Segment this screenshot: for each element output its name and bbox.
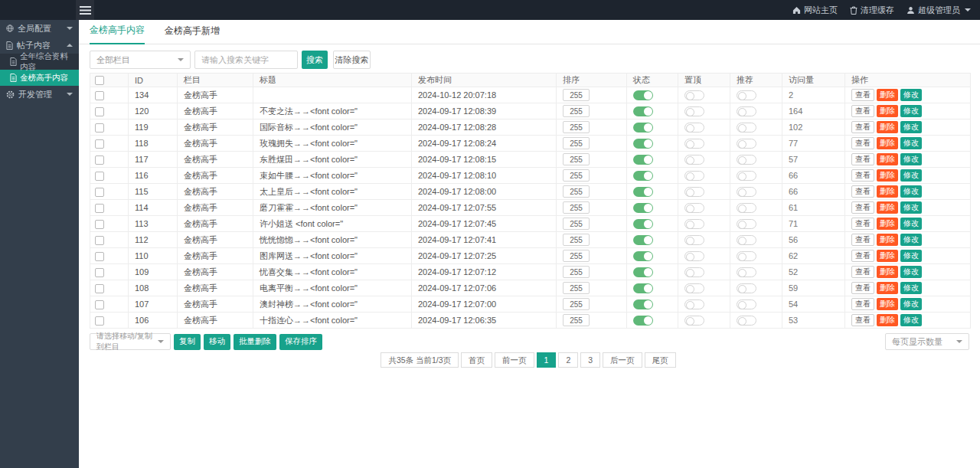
delete-button[interactable]: 删除 — [877, 105, 898, 117]
edit-button[interactable]: 修改 — [900, 121, 922, 133]
delete-button[interactable]: 删除 — [877, 201, 898, 214]
view-button[interactable]: 查看 — [851, 137, 874, 149]
row-checkbox[interactable] — [95, 300, 104, 309]
recommend-toggle[interactable] — [737, 171, 756, 181]
view-button[interactable]: 查看 — [851, 201, 874, 214]
edit-button[interactable]: 修改 — [900, 314, 922, 326]
top-toggle[interactable] — [684, 171, 704, 181]
status-toggle[interactable] — [633, 316, 653, 326]
sidebar-item-global-config[interactable]: 全局配置 — [0, 20, 79, 37]
edit-button[interactable]: 修改 — [900, 137, 922, 149]
sort-input[interactable] — [563, 218, 590, 230]
recommend-toggle[interactable] — [737, 267, 756, 277]
view-button[interactable]: 查看 — [851, 185, 874, 198]
edit-button[interactable]: 修改 — [900, 250, 922, 262]
site-home-link[interactable]: 网站主页 — [792, 5, 838, 16]
tab-gold-list-content[interactable]: 金榜高手内容 — [90, 24, 145, 44]
top-toggle[interactable] — [684, 123, 704, 133]
top-toggle[interactable] — [684, 267, 704, 277]
view-button[interactable]: 查看 — [851, 250, 874, 262]
status-toggle[interactable] — [633, 139, 653, 149]
row-checkbox[interactable] — [95, 316, 104, 326]
status-toggle[interactable] — [633, 123, 653, 133]
sort-input[interactable] — [563, 105, 590, 117]
row-checkbox[interactable] — [95, 139, 104, 149]
clear-search-button[interactable]: 清除搜索 — [333, 51, 371, 69]
top-toggle[interactable] — [684, 139, 704, 149]
top-toggle[interactable] — [684, 299, 704, 309]
delete-button[interactable]: 删除 — [877, 250, 898, 262]
recommend-toggle[interactable] — [737, 123, 756, 133]
edit-button[interactable]: 修改 — [900, 282, 922, 294]
top-toggle[interactable] — [684, 203, 704, 213]
row-checkbox[interactable] — [95, 252, 104, 261]
delete-button[interactable]: 删除 — [877, 89, 898, 101]
row-checkbox[interactable] — [95, 284, 104, 293]
sort-input[interactable] — [563, 298, 590, 310]
row-checkbox[interactable] — [95, 188, 104, 197]
sort-input[interactable] — [563, 137, 590, 149]
row-checkbox[interactable] — [95, 107, 104, 116]
row-checkbox[interactable] — [95, 204, 104, 213]
category-select[interactable]: 全部栏目 — [90, 51, 191, 69]
top-toggle[interactable] — [684, 283, 704, 293]
status-toggle[interactable] — [633, 267, 653, 277]
sidebar-item-gold-list-content[interactable]: 金榜高手内容 — [0, 70, 79, 86]
recommend-toggle[interactable] — [737, 219, 756, 229]
top-toggle[interactable] — [684, 155, 704, 165]
recommend-toggle[interactable] — [737, 299, 756, 309]
view-button[interactable]: 查看 — [851, 121, 874, 133]
status-toggle[interactable] — [633, 299, 653, 309]
sort-input[interactable] — [563, 201, 590, 214]
edit-button[interactable]: 修改 — [900, 105, 922, 117]
batch-delete-button[interactable]: 批量删除 — [234, 334, 276, 350]
top-toggle[interactable] — [684, 219, 704, 229]
pagination-last[interactable]: 尾页 — [645, 352, 676, 368]
status-toggle[interactable] — [633, 283, 653, 293]
delete-button[interactable]: 删除 — [877, 121, 898, 133]
recommend-toggle[interactable] — [737, 187, 756, 197]
delete-button[interactable]: 删除 — [877, 298, 898, 310]
edit-button[interactable]: 修改 — [900, 218, 922, 230]
pagination-page-1[interactable]: 1 — [537, 352, 557, 368]
edit-button[interactable]: 修改 — [900, 89, 922, 101]
status-toggle[interactable] — [633, 219, 653, 229]
edit-button[interactable]: 修改 — [900, 169, 922, 182]
tab-gold-list-add[interactable]: 金榜高手新增 — [165, 25, 220, 44]
sort-input[interactable] — [563, 250, 590, 262]
pagination-next[interactable]: 后一页 — [603, 352, 642, 368]
recommend-toggle[interactable] — [737, 316, 756, 326]
recommend-toggle[interactable] — [737, 90, 756, 100]
delete-button[interactable]: 删除 — [877, 234, 898, 246]
status-toggle[interactable] — [633, 187, 653, 197]
move-copy-select[interactable]: 请选择移动/复制到栏目 — [90, 333, 171, 350]
sort-input[interactable] — [563, 153, 590, 165]
row-checkbox[interactable] — [95, 236, 104, 245]
delete-button[interactable]: 删除 — [877, 137, 898, 149]
sidebar-item-annual-data[interactable]: 全年综合资料内容 — [0, 54, 79, 70]
delete-button[interactable]: 删除 — [877, 282, 898, 294]
status-toggle[interactable] — [633, 155, 653, 165]
view-button[interactable]: 查看 — [851, 169, 874, 182]
top-toggle[interactable] — [684, 90, 704, 100]
recommend-toggle[interactable] — [737, 235, 756, 245]
status-toggle[interactable] — [633, 171, 653, 181]
pagination-prev[interactable]: 前一页 — [495, 352, 534, 368]
top-toggle[interactable] — [684, 316, 704, 326]
page-size-select[interactable]: 每页显示数量 — [885, 333, 969, 350]
view-button[interactable]: 查看 — [851, 153, 874, 165]
delete-button[interactable]: 删除 — [877, 185, 898, 198]
view-button[interactable]: 查看 — [851, 266, 874, 278]
delete-button[interactable]: 删除 — [877, 169, 898, 182]
status-toggle[interactable] — [633, 106, 653, 116]
sort-input[interactable] — [563, 282, 590, 294]
top-toggle[interactable] — [684, 106, 704, 116]
edit-button[interactable]: 修改 — [900, 153, 922, 165]
recommend-toggle[interactable] — [737, 139, 756, 149]
view-button[interactable]: 查看 — [851, 105, 874, 117]
view-button[interactable]: 查看 — [851, 89, 874, 101]
row-checkbox[interactable] — [95, 220, 104, 229]
pagination-page-2[interactable]: 2 — [558, 352, 578, 368]
top-toggle[interactable] — [684, 235, 704, 245]
delete-button[interactable]: 删除 — [877, 218, 898, 230]
